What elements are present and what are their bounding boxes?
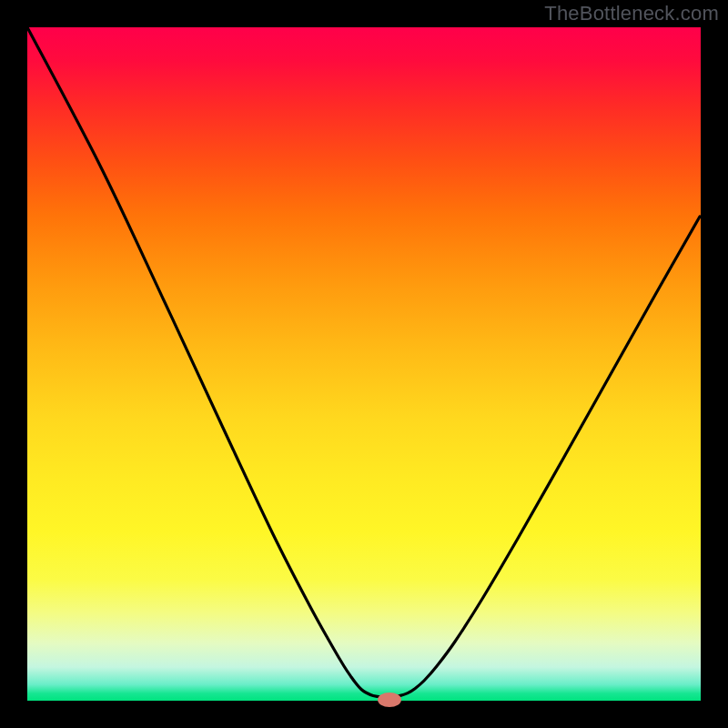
curve-layer bbox=[0, 0, 728, 728]
optimal-point-marker bbox=[378, 693, 401, 707]
bottleneck-curve bbox=[27, 27, 700, 697]
chart-canvas: TheBottleneck.com bbox=[0, 0, 728, 728]
